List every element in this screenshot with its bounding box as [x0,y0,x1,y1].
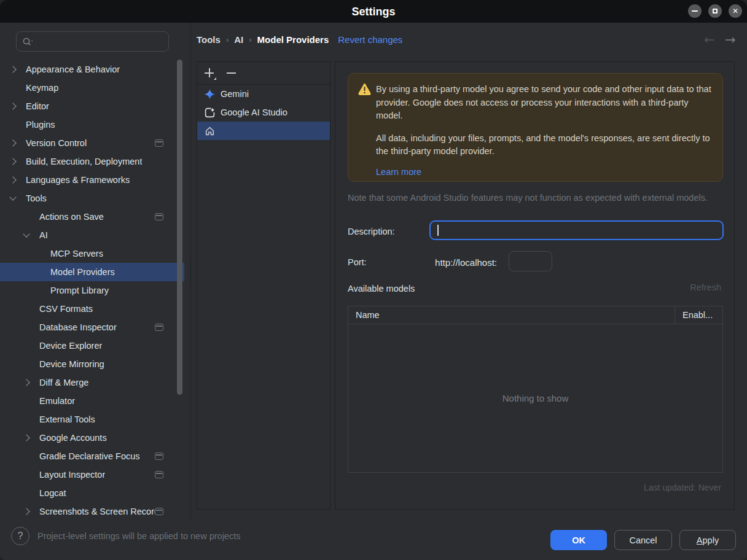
chevron-right-icon[interactable] [23,435,29,441]
add-dropdown-caret-icon [214,77,216,80]
ok-button[interactable]: OK [550,530,607,550]
sidebar-item-label: Actions on Save [39,212,104,222]
close-icon: ✕ [732,7,738,15]
sidebar-item-label: Gradle Declarative Focus [39,451,140,461]
titlebar: Settings ✕ [0,0,747,23]
google-ai-studio-icon [205,107,215,118]
close-button[interactable]: ✕ [729,4,742,18]
port-field[interactable] [509,251,552,271]
sidebar-item-appearance-behavior[interactable]: Appearance & Behavior [0,60,184,79]
breadcrumb-item-model-providers[interactable]: Model Providers [257,34,329,45]
sidebar-item-label: Logcat [39,488,66,498]
chevron-down-icon[interactable] [10,195,16,201]
sidebar-item-label: Layout Inspector [39,470,105,480]
provider-item-label: Google AI Studio [221,107,287,117]
sidebar-item-diff-merge[interactable]: Diff & Merge [0,373,184,392]
search-icon [22,37,34,47]
sidebar-item-device-mirroring[interactable]: Device Mirroring [0,355,184,373]
screen-badge-icon [155,213,163,220]
sidebar-item-editor[interactable]: Editor [0,97,184,115]
provider-item-google-ai-studio[interactable]: Google AI Studio [197,103,330,122]
apply-button[interactable]: Apply [679,530,736,550]
breadcrumb-separator: › [249,35,251,44]
footer: ? Project-level settings will be applied… [0,521,747,560]
sidebar-item-label: Device Explorer [39,341,102,351]
sidebar-item-external-tools[interactable]: External Tools [0,410,184,429]
sidebar-item-label: Emulator [39,396,75,406]
description-field[interactable] [429,220,724,240]
sidebar-item-label: Appearance & Behavior [26,64,120,74]
settings-search-input[interactable] [34,36,163,47]
forward-button[interactable]: → [725,32,736,48]
provider-item-local[interactable] [197,122,330,140]
sidebar-item-layout-inspector[interactable]: Layout Inspector [0,465,184,484]
sidebar-item-languages-frameworks[interactable]: Languages & Frameworks [0,171,184,189]
sidebar-item-build-execution-deployment[interactable]: Build, Execution, Deployment [0,152,184,171]
providers-list: GeminiGoogle AI Studio [197,85,330,140]
sidebar-item-mcp-servers[interactable]: MCP Servers [0,244,184,263]
sidebar-item-screenshots-screen-recordi[interactable]: Screenshots & Screen Recordi [0,502,184,521]
warning-paragraph-2: All data, including your files, prompts,… [376,132,711,158]
sidebar-item-ai[interactable]: AI [0,226,184,244]
sidebar-item-database-inspector[interactable]: Database Inspector [0,318,184,336]
sidebar-item-device-explorer[interactable]: Device Explorer [0,336,184,355]
maximize-button[interactable] [708,4,722,18]
sidebar-item-version-control[interactable]: Version Control [0,134,184,152]
sidebar-item-label: Keymap [26,83,58,93]
breadcrumb-item-tools[interactable]: Tools [197,34,221,45]
cancel-button[interactable]: Cancel [614,530,672,550]
breadcrumb-item-ai[interactable]: AI [234,34,243,45]
port-label: Port: [348,257,367,267]
chevron-right-icon[interactable] [10,103,16,109]
sidebar-item-prompt-library[interactable]: Prompt Library [0,281,184,300]
screen-badge-icon [155,139,163,147]
screen-badge-icon [155,508,163,515]
remove-provider-button[interactable] [226,68,237,79]
sidebar-item-gradle-declarative-focus[interactable]: Gradle Declarative Focus [0,447,184,465]
screen-badge-icon [155,453,163,460]
sidebar-item-label: CSV Formats [39,304,93,314]
home-icon [205,126,215,136]
chevron-right-icon[interactable] [10,177,16,183]
window-controls: ✕ [688,4,742,18]
providers-toolbar [197,62,330,85]
text-caret [437,225,439,236]
chevron-right-icon[interactable] [10,140,16,146]
sidebar-item-label: Device Mirroring [39,359,104,369]
refresh-link[interactable]: Refresh [690,282,721,292]
chevron-down-icon[interactable] [23,232,29,238]
provider-item-gemini[interactable]: Gemini [197,85,330,103]
chevron-right-icon[interactable] [23,508,29,515]
sidebar-item-plugins[interactable]: Plugins [0,115,184,134]
sidebar-scrollbar[interactable] [177,60,182,395]
chevron-right-icon[interactable] [10,66,16,72]
sidebar-item-emulator[interactable]: Emulator [0,392,184,410]
sidebar-item-label: Languages & Frameworks [26,175,130,185]
warning-paragraph-1: By using a third-party model you agree t… [376,83,711,123]
sidebar-item-logcat[interactable]: Logcat [0,484,184,502]
sidebar-item-label: Plugins [26,120,55,130]
add-provider-button[interactable] [204,68,215,79]
sidebar-item-tools[interactable]: Tools [0,189,184,208]
column-header-name[interactable]: Name [348,310,675,320]
minimize-button[interactable] [688,4,702,18]
chevron-right-icon[interactable] [23,379,29,386]
sidebar-item-google-accounts[interactable]: Google Accounts [0,429,184,447]
settings-dialog: Settings ✕ Appearance & BehaviorKeymapEd… [0,0,747,560]
remove-icon [227,72,236,74]
sidebar-item-label: Diff & Merge [39,378,88,387]
learn-more-link[interactable]: Learn more [376,166,421,179]
sidebar-item-keymap[interactable]: Keymap [0,79,184,97]
sidebar-item-csv-formats[interactable]: CSV Formats [0,300,184,318]
sidebar-item-actions-on-save[interactable]: Actions on Save [0,208,184,226]
search-box[interactable] [16,31,169,52]
sidebar-item-label: Tools [26,193,47,203]
screen-badge-icon [155,471,163,478]
model-providers-panel: GeminiGoogle AI Studio [197,61,330,510]
chevron-right-icon[interactable] [10,158,16,165]
sidebar-item-model-providers[interactable]: Model Providers [0,263,184,281]
column-header-enabled[interactable]: Enabl... [675,306,722,324]
revert-changes-link[interactable]: Revert changes [338,34,402,45]
back-button[interactable]: ← [704,32,715,48]
help-button[interactable]: ? [11,527,29,545]
